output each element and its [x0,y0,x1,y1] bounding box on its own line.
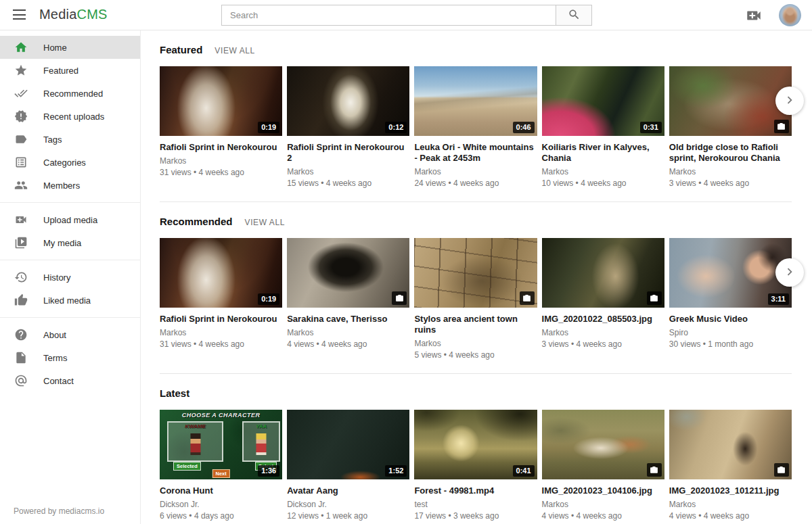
game-selected-button: Selected [173,462,201,471]
sidebar-item-label: Terms [43,353,67,363]
scroll-right-button[interactable] [775,87,804,115]
media-card[interactable]: 1:52Avatar AangDickson Jr.12 views • 1 w… [287,410,409,521]
media-author[interactable]: Markos [287,328,409,337]
media-author[interactable]: test [414,500,537,509]
media-title[interactable]: Forest - 49981.mp4 [414,485,537,496]
media-title[interactable]: Sarakina cave, Therisso [287,314,409,325]
media-author[interactable]: Markos [414,167,537,176]
media-title[interactable]: IMG_20201023_101211.jpg [669,485,792,496]
media-author[interactable]: Markos [160,156,282,166]
sidebar-item-tags[interactable]: Tags [0,128,140,151]
media-thumbnail-corona-hunt[interactable]: CHOOSE A CHARACTERKWAMEYAASelectedSelect… [160,410,282,479]
media-thumbnail-mountains[interactable]: 0:46 [414,66,537,136]
media-author[interactable]: Dickson Jr. [287,500,409,509]
avatar[interactable] [779,4,801,26]
media-card[interactable]: IMG_20201022_085503.jpgMarkos3 views • 4… [542,238,664,360]
media-thumbnail-sarakina-cave[interactable] [287,238,409,308]
sidebar-item-categories[interactable]: Categories [0,151,140,174]
media-card[interactable]: 3:11Greek Music VideoSpiro30 views • 1 m… [669,238,792,360]
media-meta: 17 views • 3 weeks ago [414,511,537,521]
media-author[interactable]: Markos [542,500,664,509]
done-all-icon [14,87,28,100]
media-title[interactable]: Avatar Aang [287,485,409,496]
sidebar-item-featured[interactable]: Featured [0,59,140,82]
sidebar-item-home[interactable]: Home [0,36,140,59]
media-author[interactable]: Markos [542,328,664,337]
media-meta: 4 views • 4 weeks ago [542,511,664,521]
view-all-link[interactable]: VIEW ALL [245,218,286,227]
media-thumbnail-waterfall-cave[interactable]: 0:19 [160,238,282,308]
media-card[interactable]: IMG_20201023_104106.jpgMarkos4 views • 4… [542,410,664,521]
sidebar-item-terms[interactable]: Terms [0,346,140,369]
media-thumbnail-monastery[interactable] [542,410,664,479]
media-card[interactable]: 0:19Rafioli Sprint in NerokourouMarkos31… [160,66,282,188]
media-title[interactable]: Stylos area ancient town ruins [414,314,537,335]
media-thumbnail-avatar-aang[interactable]: 1:52 [287,410,409,479]
categories-icon [14,156,28,169]
sidebar-item-about[interactable]: About [0,323,140,346]
media-author[interactable]: Markos [414,339,537,348]
media-thumbnail-waterfall-cave[interactable]: 0:19 [160,66,282,136]
search-icon [568,8,581,23]
sidebar-item-liked-media[interactable]: Liked media [0,289,140,312]
media-thumbnail-greek-music[interactable]: 3:11 [669,238,792,308]
app-logo[interactable]: MediaCMS [39,7,108,22]
sidebar-item-label: Tags [43,135,62,145]
scroll-right-button[interactable] [775,258,804,287]
media-title[interactable]: IMG_20201022_085503.jpg [542,314,664,325]
upload-media-icon[interactable] [745,7,763,24]
media-author[interactable]: Spiro [669,328,792,337]
sidebar-item-contact[interactable]: Contact [0,369,140,392]
media-author[interactable]: Dickson Jr. [160,500,282,509]
media-card[interactable]: Sarakina cave, TherissoMarkos4 views • 4… [287,238,409,360]
media-title[interactable]: Rafioli Sprint in Nerokourou 2 [287,142,409,164]
media-author[interactable]: Markos [160,328,282,337]
media-card[interactable]: 0:31Koiliaris River in Kalyves, ChaniaMa… [542,66,664,188]
media-thumbnail-stylos-ruins[interactable] [414,238,537,308]
media-card[interactable]: CHOOSE A CHARACTERKWAMEYAASelectedSelect… [160,410,282,521]
search-input[interactable] [221,5,556,26]
sidebar-item-history[interactable]: History [0,266,140,289]
media-author[interactable]: Markos [669,167,792,176]
media-card[interactable]: 0:46Leuka Ori - White mountains - Peak a… [414,66,537,188]
media-author[interactable]: Markos [669,500,792,509]
media-title[interactable]: Koiliaris River in Kalyves, Chania [542,142,664,164]
chevron-right-icon [782,93,797,110]
sidebar-item-recommended[interactable]: Recommended [0,82,140,105]
media-card[interactable]: Stylos area ancient town ruinsMarkos5 vi… [414,238,537,360]
media-thumbnail-canyon[interactable] [542,238,664,308]
sidebar-item-my-media[interactable]: My media [0,231,140,254]
sidebar-item-members[interactable]: Members [0,174,140,197]
search-button[interactable] [556,5,592,26]
media-meta: 5 views • 4 weeks ago [414,350,537,360]
media-card[interactable]: 0:19Rafioli Sprint in NerokourouMarkos31… [160,238,282,360]
media-thumbnail-stone-ruin[interactable] [669,410,792,479]
section-title: Featured [160,44,202,55]
media-card[interactable]: Old bridge close to Rafioli sprint, Nero… [669,66,792,188]
media-author[interactable]: Markos [542,167,664,176]
sidebar-item-upload-media[interactable]: Upload media [0,208,140,231]
view-all-link[interactable]: VIEW ALL [215,46,255,55]
media-title[interactable]: Leuka Ori - White mountains - Peak at 24… [414,142,537,164]
character-name-left: KWAME [168,423,222,429]
sidebar-item-recent-uploads[interactable]: Recent uploads [0,105,140,128]
media-title[interactable]: Greek Music Video [669,314,792,325]
media-author[interactable]: Markos [287,167,409,176]
media-thumbnail-forest[interactable]: 0:41 [414,410,537,479]
media-card[interactable]: IMG_20201023_101211.jpgMarkos4 views • 4… [669,410,792,521]
media-title[interactable]: Old bridge close to Rafioli sprint, Nero… [669,142,792,164]
header-actions [745,0,801,30]
media-title[interactable]: Rafioli Sprint in Nerokourou [160,314,282,325]
media-title[interactable]: IMG_20201023_104106.jpg [542,485,664,496]
card-grid: 0:19Rafioli Sprint in NerokourouMarkos31… [160,66,792,188]
media-card[interactable]: 0:41Forest - 49981.mp4test17 views • 3 w… [414,410,537,521]
character-panel-left: KWAME [167,421,223,462]
media-title[interactable]: Rafioli Sprint in Nerokourou [160,142,282,153]
media-thumbnail-old-bridge[interactable] [669,66,792,136]
media-card[interactable]: 0:12Rafioli Sprint in Nerokourou 2Markos… [287,66,409,188]
media-thumbnail-river-kayak[interactable]: 0:31 [542,66,664,136]
menu-icon[interactable] [13,9,26,20]
media-thumbnail-waterfall-dark[interactable]: 0:12 [287,66,409,136]
media-title[interactable]: Corona Hunt [160,485,282,496]
at-icon [14,374,28,387]
